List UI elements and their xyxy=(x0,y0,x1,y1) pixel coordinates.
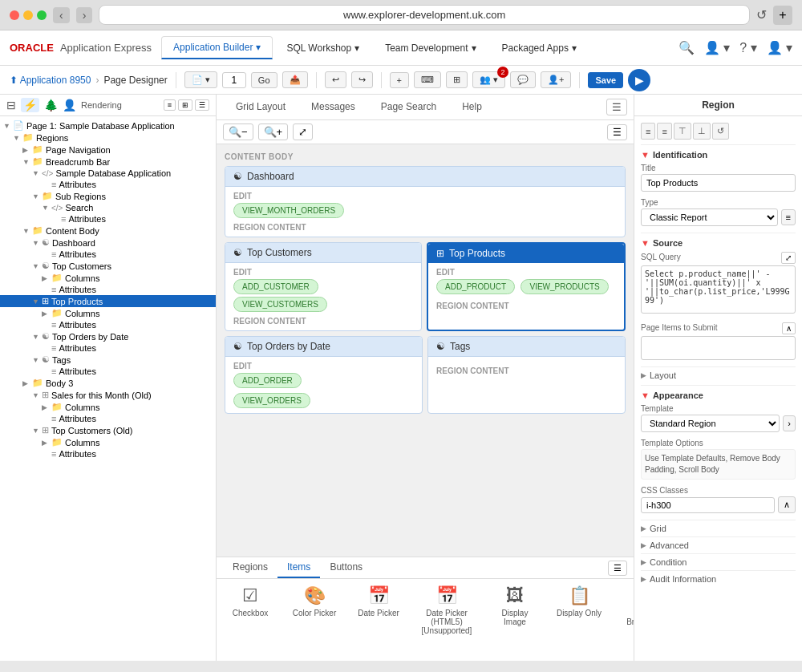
user-icon[interactable]: 👤 ▾ xyxy=(704,40,730,55)
tree-attrs-2[interactable]: ≡ Attributes xyxy=(0,213,216,225)
pill-add-customer[interactable]: ADD_CUSTOMER xyxy=(233,279,318,294)
pill-view-customers[interactable]: VIEW_CUSTOMERS xyxy=(233,297,327,312)
bottom-options-btn[interactable]: ☰ xyxy=(608,561,627,576)
sql-textarea[interactable]: Select p.product_name||' - '||SUM(oi.qua… xyxy=(641,265,796,314)
item-file-browse[interactable]: 📂 File Browse... xyxy=(619,585,634,626)
grid-section[interactable]: ▶ Grid xyxy=(641,520,796,536)
profile-icon[interactable]: 👤 ▾ xyxy=(767,40,792,55)
align-justify-btn[interactable]: ⊥ xyxy=(693,123,711,140)
maximize-dot[interactable] xyxy=(37,10,47,20)
comment-btn[interactable]: 💬 xyxy=(510,71,536,88)
item-date-picker-html5[interactable]: 📅 Date Picker (HTML5) [Unsupported] xyxy=(419,585,475,635)
template-select[interactable]: Standard Region xyxy=(641,415,780,432)
nav-tab-app-builder[interactable]: Application Builder ▾ xyxy=(161,36,273,59)
tree-page1[interactable]: ▼ 📄 Page 1: Sample Database Application xyxy=(0,119,216,132)
type-list-btn[interactable]: ≡ xyxy=(781,209,796,225)
region-top-customers-header[interactable]: ☯ Top Customers xyxy=(225,243,421,263)
region-top-products-header[interactable]: ⊞ Top Products xyxy=(428,244,624,263)
tree-tags[interactable]: ▼ ☯ Tags xyxy=(0,354,216,366)
page-actions-btn[interactable]: 📄 ▾ xyxy=(184,71,217,88)
layout-icon[interactable]: ⊟ xyxy=(6,99,16,111)
tree-tags-attrs[interactable]: ≡ Attributes xyxy=(0,366,216,377)
breadcrumb-app[interactable]: ⬆ Application 8950 xyxy=(10,75,91,86)
tree-attrs-3[interactable]: ≡ Attributes xyxy=(0,249,216,260)
source-header[interactable]: ▼ Source xyxy=(641,238,796,248)
pill-add-product[interactable]: ADD_PRODUCT xyxy=(436,279,515,294)
type-select[interactable]: Classic Report xyxy=(641,208,778,226)
tree-tco-attrs[interactable]: ≡ Attributes xyxy=(0,448,216,459)
add-btn[interactable]: + xyxy=(390,72,409,88)
bottom-tab-regions[interactable]: Regions xyxy=(223,557,277,578)
tab-messages[interactable]: Messages xyxy=(298,96,368,119)
canvas-settings-btn[interactable]: ☰ xyxy=(606,99,627,115)
tab-grid-layout[interactable]: Grid Layout xyxy=(223,96,298,119)
close-dot[interactable] xyxy=(10,10,19,20)
tree-to-attrs[interactable]: ≡ Attributes xyxy=(0,342,216,354)
appearance-header[interactable]: ▼ Appearance xyxy=(641,391,796,400)
tree-breadcrumb-bar[interactable]: ▼ 📁 Breadcrumb Bar xyxy=(0,156,216,168)
region-dashboard-header[interactable]: ☯ Dashboard xyxy=(225,167,625,187)
new-tab-button[interactable]: + xyxy=(773,6,792,25)
tree-regions[interactable]: ▼ 📁 Regions xyxy=(0,132,216,144)
condition-section[interactable]: ▶ Condition xyxy=(641,553,796,570)
identification-header[interactable]: ▼ Identification xyxy=(641,150,796,160)
tree-body3[interactable]: ▶ 📁 Body 3 xyxy=(0,377,216,389)
tree-sample-db[interactable]: ▼ </> Sample Database Application xyxy=(0,168,216,179)
tree-tc-attrs[interactable]: ≡ Attributes xyxy=(0,284,216,295)
collapse-all-btn[interactable]: ≡ xyxy=(164,99,176,111)
layout-section[interactable]: ▶ Layout xyxy=(641,366,796,383)
nav-tab-team-dev[interactable]: Team Development ▾ xyxy=(373,36,488,59)
nav-tab-sql-workshop[interactable]: SQL Workshop ▾ xyxy=(274,36,371,59)
tab-help[interactable]: Help xyxy=(449,96,495,119)
expand-all-btn[interactable]: ⊞ xyxy=(178,99,192,111)
align-extra-btn[interactable]: ↺ xyxy=(712,123,729,140)
bolt-icon[interactable]: ⚡ xyxy=(21,98,39,112)
canvas-options-btn[interactable]: ☰ xyxy=(607,124,627,140)
title-input[interactable] xyxy=(641,174,796,192)
align-left-btn[interactable]: ≡ xyxy=(641,123,655,140)
tree-sales-cols[interactable]: ▶ 📁 Columns xyxy=(0,401,216,413)
fit-btn[interactable]: ⤢ xyxy=(293,123,313,140)
bottom-tab-buttons[interactable]: Buttons xyxy=(320,557,372,578)
tree-tp-attrs[interactable]: ≡ Attributes xyxy=(0,319,216,330)
help-icon[interactable]: ? ▾ xyxy=(739,40,756,55)
page-items-collapse-btn[interactable]: ∧ xyxy=(782,322,796,334)
pill-view-orders[interactable]: VIEW_ORDERS xyxy=(233,393,310,408)
pill-view-products[interactable]: VIEW_PRODUCTS xyxy=(520,279,608,294)
share-btn[interactable]: 👤+ xyxy=(541,71,571,88)
pill-view-month-orders[interactable]: VIEW_MONTH_ORDERS xyxy=(233,203,344,218)
go-button[interactable]: Go xyxy=(251,72,277,88)
nav-tab-packaged-apps[interactable]: Packaged Apps ▾ xyxy=(490,36,589,59)
panel-menu-btn[interactable]: ☰ xyxy=(195,99,209,111)
tree-top-cust-old[interactable]: ▼ ⊞ Top Customers (Old) xyxy=(0,424,216,436)
tree-sales-old[interactable]: ▼ ⊞ Sales for this Month (Old) xyxy=(0,389,216,401)
pill-add-order[interactable]: ADD_ORDER xyxy=(233,373,302,388)
tree-top-products[interactable]: ▼ ⊞ Top Products xyxy=(0,295,216,307)
back-button[interactable]: ‹ xyxy=(53,7,70,23)
item-display-image[interactable]: 🖼 Display Image xyxy=(491,585,539,626)
redo-btn[interactable]: ↪ xyxy=(351,71,373,88)
zoom-in-btn[interactable]: 🔍+ xyxy=(258,123,289,140)
reload-button[interactable]: ↺ xyxy=(756,7,767,22)
save-button[interactable]: Save xyxy=(588,72,623,88)
tab-page-search[interactable]: Page Search xyxy=(368,96,449,119)
grid-btn[interactable]: ⊞ xyxy=(446,71,468,88)
address-bar[interactable]: www.explorer-development.uk.com xyxy=(99,5,750,25)
forward-button[interactable]: › xyxy=(76,7,93,23)
tree-top-customers-columns[interactable]: ▶ 📁 Columns xyxy=(0,272,216,284)
page-number-input[interactable] xyxy=(222,72,246,88)
export-btn[interactable]: 📤 xyxy=(282,71,308,88)
item-color-picker[interactable]: 🎨 Color Picker xyxy=(290,585,338,617)
zoom-out-btn[interactable]: 🔍− xyxy=(223,123,253,140)
tree-top-customers[interactable]: ▼ ☯ Top Customers xyxy=(0,260,216,272)
tree-dashboard[interactable]: ▼ ☯ Dashboard xyxy=(0,237,216,249)
bottom-tab-items[interactable]: Items xyxy=(277,557,320,578)
sql-expand-btn[interactable]: ⤢ xyxy=(781,252,796,264)
tree-page-nav[interactable]: ▶ 📁 Page Navigation xyxy=(0,144,216,156)
tree-top-orders[interactable]: ▼ ☯ Top Orders by Date xyxy=(0,330,216,342)
tree-attrs-1[interactable]: ≡ Attributes xyxy=(0,179,216,190)
tree-tp-columns[interactable]: ▶ 📁 Columns xyxy=(0,307,216,319)
region-top-orders-header[interactable]: ☯ Top Orders by Date xyxy=(225,337,422,357)
tree-sub-regions[interactable]: ▼ 📁 Sub Regions xyxy=(0,190,216,202)
cursor-btn[interactable]: ⌨ xyxy=(414,71,441,88)
